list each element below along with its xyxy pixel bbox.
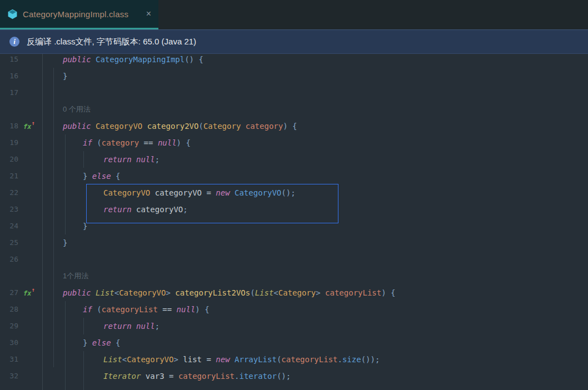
gutter[interactable]: 23 (0, 201, 42, 218)
line-number[interactable]: 25 (0, 234, 18, 251)
code-line[interactable]: 28if (categoryList == null) { (0, 301, 588, 318)
code-text[interactable]: } else { (42, 334, 588, 351)
line-number[interactable]: 28 (0, 301, 18, 318)
tab-close-icon[interactable]: × (144, 9, 153, 18)
code-text[interactable]: CategoryVO categoryVO = new CategoryVO()… (42, 184, 588, 201)
code-token[interactable]: { (116, 338, 120, 347)
code-token[interactable]: return (103, 205, 136, 214)
gutter[interactable]: 18fx↑ (0, 118, 42, 134)
code-token[interactable]: ( (250, 288, 255, 297)
gutter[interactable]: 29 (0, 318, 42, 334)
code-token[interactable]: == (144, 138, 158, 147)
code-line[interactable]: 17 (0, 84, 588, 101)
code-token[interactable]: { (116, 172, 120, 181)
code-text[interactable]: return null; (42, 151, 588, 168)
code-token[interactable]: < (273, 288, 278, 297)
code-token[interactable]: null (158, 138, 177, 147)
code-token[interactable]: CategoryVO (235, 188, 281, 197)
code-token[interactable]: return null (103, 155, 155, 164)
gutter[interactable]: 24 (0, 218, 42, 234)
line-number[interactable]: 31 (0, 351, 18, 368)
gutter[interactable]: 16 (0, 68, 42, 84)
code-token[interactable]: categoryVO (136, 205, 183, 214)
line-number[interactable]: 24 (0, 218, 18, 234)
line-number[interactable]: 17 (0, 84, 18, 101)
code-text[interactable]: List<CategoryVO> list = new ArrayList(ca… (42, 351, 588, 368)
code-token[interactable]: List (96, 288, 114, 297)
code-line[interactable]: 23return categoryVO; (0, 201, 588, 218)
code-line[interactable]: 15public CategoryMappingImpl() { (0, 54, 588, 68)
usage-hint[interactable]: 1个用法 (42, 268, 588, 284)
code-token[interactable]: ; (155, 155, 160, 164)
line-number[interactable]: 15 (0, 54, 18, 68)
gutter[interactable]: 30 (0, 334, 42, 351)
line-number[interactable]: 20 (0, 151, 18, 168)
code-token[interactable]: List (103, 355, 122, 364)
code-token[interactable]: size (342, 355, 361, 364)
overriding-method-icon[interactable]: fx↑ (18, 284, 35, 301)
code-text[interactable]: if (categoryList == null) { (42, 301, 588, 318)
code-token[interactable]: categoryVO (155, 188, 207, 197)
code-text[interactable]: } else { (42, 168, 588, 184)
code-line[interactable]: 20return null; (0, 151, 588, 168)
code-token[interactable]: ArrayList (235, 355, 277, 364)
gutter[interactable]: 17 (0, 84, 42, 101)
gutter[interactable]: 28 (0, 301, 42, 318)
code-text[interactable]: return categoryVO; (42, 201, 588, 218)
code-token[interactable]: ( (97, 305, 101, 314)
line-number[interactable]: 16 (0, 68, 18, 84)
code-token[interactable]: CategoryVO (96, 122, 147, 131)
code-line[interactable]: 21} else { (0, 168, 588, 184)
code-line[interactable]: 25} (0, 234, 588, 251)
code-token[interactable]: ) { (283, 122, 297, 131)
gutter[interactable]: 31 (0, 351, 42, 368)
code-line[interactable]: 26 (0, 251, 588, 268)
gutter[interactable]: 21 (0, 168, 42, 184)
code-token[interactable]: category2VO (147, 122, 199, 131)
code-text[interactable]: } (42, 234, 588, 251)
code-editor[interactable]: 15public CategoryMappingImpl() {16}170 个… (0, 54, 588, 390)
code-line[interactable]: 31List<CategoryVO> list = new ArrayList(… (0, 351, 588, 368)
code-token[interactable]: () { (185, 55, 203, 64)
code-token[interactable]: } (63, 238, 67, 247)
line-number[interactable] (0, 268, 18, 284)
code-token[interactable]: ) { (177, 138, 191, 147)
code-token[interactable]: < (114, 288, 119, 297)
gutter[interactable] (0, 268, 42, 284)
code-token[interactable]: else (92, 172, 116, 181)
code-text[interactable]: if (category == null) { (42, 134, 588, 151)
usage-hint-row[interactable]: 0 个用法 (0, 101, 588, 118)
code-token[interactable]: categoryList (102, 305, 163, 314)
gutter[interactable]: 27fx↑ (0, 284, 42, 301)
gutter[interactable]: 19 (0, 134, 42, 151)
code-token[interactable]: public (63, 288, 96, 297)
code-text[interactable]: Iterator var3 = categoryList.iterator(); (42, 368, 588, 384)
overriding-method-icon[interactable]: fx↑ (18, 118, 35, 134)
line-number[interactable]: 23 (0, 201, 18, 218)
code-token[interactable]: CategoryMappingImpl (96, 55, 185, 64)
code-token[interactable]: . (338, 355, 342, 364)
code-token[interactable]: null (177, 305, 196, 314)
code-line[interactable]: 24} (0, 218, 588, 234)
code-text[interactable]: public CategoryMappingImpl() { (42, 54, 588, 68)
gutter[interactable]: 15 (0, 54, 42, 68)
code-token[interactable]: > (316, 288, 325, 297)
code-token[interactable]: ; (155, 322, 160, 331)
code-token[interactable]: var3 (146, 372, 169, 381)
code-token[interactable]: > (166, 288, 175, 297)
code-token[interactable]: ) { (381, 288, 395, 297)
line-number[interactable]: 18 (0, 118, 18, 134)
code-token[interactable]: category (102, 138, 144, 147)
code-token[interactable]: if (83, 138, 97, 147)
code-token[interactable]: (); (277, 372, 291, 381)
code-line[interactable]: 19if (category == null) { (0, 134, 588, 151)
code-line[interactable]: 22CategoryVO categoryVO = new CategoryVO… (0, 184, 588, 201)
code-token[interactable]: list (183, 355, 206, 364)
code-token[interactable]: return null (103, 322, 155, 331)
code-token[interactable]: ( (97, 138, 101, 147)
code-line[interactable]: 27fx↑public List<CategoryVO> categoryLis… (0, 284, 588, 301)
line-number[interactable]: 27 (0, 284, 18, 301)
code-token[interactable]: new (216, 355, 235, 364)
code-line[interactable]: 30} else { (0, 334, 588, 351)
code-text[interactable] (42, 84, 588, 101)
